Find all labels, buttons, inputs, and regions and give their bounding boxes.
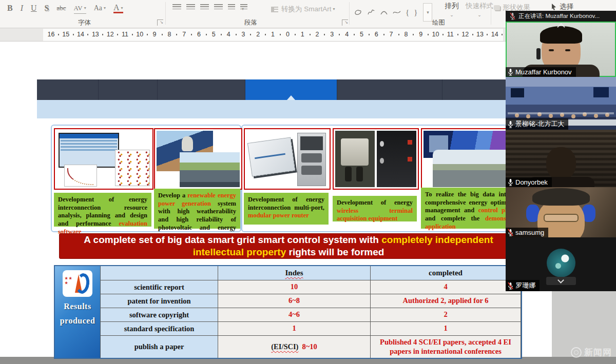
image-power-router: [244, 128, 331, 190]
table-header-index: Indes: [218, 266, 370, 280]
text-segment: Development of energy interconnection mu…: [248, 196, 324, 211]
table-header-empty: [101, 266, 218, 280]
results-produced-cell: ★ ★★ Results produced: [55, 266, 100, 358]
text-segment: Develop a: [158, 192, 187, 199]
banner-segment: A complete set of big data smart grid sm…: [84, 234, 381, 245]
news-watermark: 新闻网: [571, 347, 612, 358]
participant-name-badge: samsumg: [506, 228, 548, 237]
table-row-label: patent for invention: [101, 294, 218, 308]
speaking-indicator-bar: 正在讲话: Muzaffar Kurbonov...: [506, 11, 616, 22]
collapse-strip-button[interactable]: [546, 277, 576, 285]
text-box-control-platform: To realize the big data intelli comprehe…: [421, 188, 518, 229]
mic-icon: [508, 120, 513, 128]
text-box-wireless-terminal: Development of energy wireless terminal …: [333, 196, 417, 221]
slide-nav-segment: [337, 79, 442, 100]
table-row-label: scientific report: [101, 280, 218, 294]
slide-nav-segment: [158, 79, 245, 100]
table-cell-completed: Published 4 SCI/EI papers, accepted 4 EI…: [371, 336, 521, 358]
table-cell-completed: 4: [371, 280, 521, 294]
results-table: ★ ★★ Results produced Indes completed sc…: [54, 265, 522, 359]
chevron-down-icon: [557, 277, 564, 284]
participant-tile-muzaffar[interactable]: Muzaffar Kurbonov: [506, 22, 616, 77]
table-cell-completed: 2: [371, 308, 521, 321]
table-row-label: software copyright: [101, 308, 218, 321]
avatar: [547, 249, 575, 277]
text-segment: modular power router: [248, 212, 309, 219]
slide-nav-segment: [442, 79, 506, 100]
participant-name-badge: Muzaffar Kurbonov: [506, 67, 576, 77]
participant-name-badge: 景柳铭-北方工大: [506, 118, 568, 130]
participant-name-badge: 罗珊娜: [506, 280, 540, 291]
news-logo-icon: [571, 347, 582, 358]
slide-nav-band: [37, 100, 506, 118]
text-box-evaluation-software: Development of energy interconnection re…: [54, 193, 151, 227]
mic-muted-icon: [508, 282, 513, 290]
video-call-sidebar: 正在讲话: Muzaffar Kurbonov... Muzaffar Kurb…: [506, 11, 616, 291]
slide-nav-bar: [37, 79, 506, 100]
participant-tile-donyorbek[interactable]: Donyorbek: [506, 130, 616, 187]
text-segment: Development of energy: [337, 199, 413, 206]
participant-tile-samsumg[interactable]: samsumg: [506, 187, 616, 237]
text-box-renewable-energy: Develop a renewable energy power generat…: [154, 189, 240, 229]
mic-muted-icon: [508, 229, 513, 236]
slide-nav-segment: [37, 79, 99, 100]
image-solar-panels: [154, 128, 242, 190]
table-cell-index: (EI/SCI)8~10: [218, 336, 370, 358]
text-segment: and complete the: [425, 215, 485, 222]
table-row-label: standard specification: [101, 322, 218, 335]
headline-banner: A complete set of big data smart grid sm…: [59, 233, 518, 259]
table-cell-index: 4~6: [218, 308, 370, 321]
slide-nav-segment: [99, 79, 158, 100]
table-cell-index: 1: [218, 322, 370, 335]
participant-tile-classroom[interactable]: 景柳铭-北方工大: [506, 77, 616, 130]
banner-segment: rights will be formed: [286, 247, 384, 257]
mic-icon: [510, 12, 515, 20]
mic-icon: [508, 178, 513, 186]
app-window: BIUSabcAVAaA 字体 ↘ 转换为 SmartArt 段落 ↘: [0, 0, 616, 364]
table-cell-completed: Authorized 2, applied for 6: [371, 294, 521, 308]
text-box-power-router: Development of energy interconnection mu…: [244, 193, 329, 225]
table-cell-index: 10: [218, 280, 370, 294]
table-cell-index: 6~8: [218, 294, 370, 308]
participant-name-badge: Donyorbek: [506, 177, 552, 187]
image-software-screenshots: [54, 128, 153, 190]
text-segment: wireless terminal acquisition equipment: [337, 207, 413, 223]
table-header-completed: completed: [371, 266, 521, 280]
table-cell-completed: 1: [371, 322, 521, 335]
image-terminal-equipment: [333, 128, 419, 190]
project-logo: ★ ★★: [63, 270, 92, 297]
mic-icon: [508, 68, 513, 76]
participant-tile-luoshanna[interactable]: 罗珊娜: [506, 237, 616, 291]
slide-nav-segment: [245, 79, 337, 100]
table-row-label: publish a paper: [101, 336, 218, 358]
